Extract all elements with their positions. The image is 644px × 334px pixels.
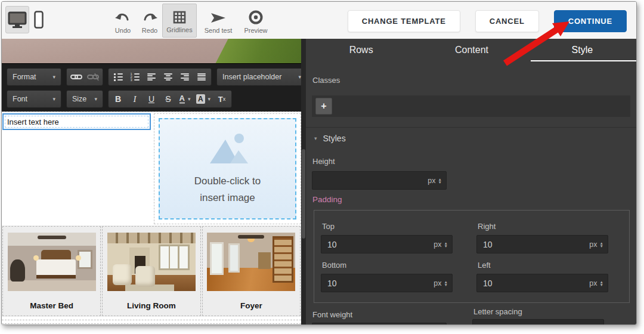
change-template-button[interactable]: CHANGE TEMPLATE xyxy=(348,10,460,32)
strikethrough-button[interactable]: S xyxy=(160,92,176,106)
row-divider xyxy=(2,323,301,324)
tab-rows[interactable]: Rows xyxy=(306,39,416,61)
letter-spacing-input[interactable] xyxy=(473,320,572,325)
format-label: Format xyxy=(13,73,36,81)
redo-button[interactable]: Redo xyxy=(138,4,162,38)
collapse-icon: ▾ xyxy=(314,135,317,141)
mobile-view-button[interactable] xyxy=(32,6,46,33)
bold-button[interactable]: B xyxy=(110,92,126,106)
padding-left-field: px▲▼ xyxy=(476,274,608,292)
stepper-arrows-icon[interactable]: ▲▼ xyxy=(600,280,603,286)
list-align-group: 1 2 3 xyxy=(108,68,212,86)
height-label: Height xyxy=(312,157,335,166)
gallery-photo-living-room[interactable] xyxy=(107,233,196,291)
top-toolbar: Undo Redo Gridlines Send test Preview xyxy=(2,2,637,39)
unlink-button[interactable] xyxy=(85,70,101,84)
padding-right-label: Right xyxy=(478,222,496,231)
header-photo[interactable] xyxy=(2,39,301,63)
background-color-icon: A xyxy=(196,94,205,104)
chevron-down-icon: ▾ xyxy=(208,96,211,102)
gallery-photo-foyer[interactable] xyxy=(207,233,295,291)
font-weight-input[interactable] xyxy=(312,323,415,325)
preview-label: Preview xyxy=(244,27,267,34)
gallery-cell-master-bed[interactable]: Master Bed xyxy=(2,226,101,316)
desktop-view-button[interactable] xyxy=(5,6,29,33)
stepper-arrows-icon[interactable]: ▲▼ xyxy=(600,242,603,248)
gallery-label[interactable]: Living Room xyxy=(103,301,200,310)
image-placeholder-cell: Double-click to insert image xyxy=(154,113,301,224)
chevron-down-icon: ▾ xyxy=(52,74,55,80)
gallery-cell-foyer[interactable]: Foyer xyxy=(202,226,301,316)
align-left-button[interactable] xyxy=(144,70,159,84)
remove-format-button[interactable]: Tx xyxy=(214,92,230,106)
align-center-button[interactable] xyxy=(160,70,176,84)
padding-top-field: px▲▼ xyxy=(321,235,453,253)
gridlines-button[interactable]: Gridlines xyxy=(162,4,197,38)
classes-bar: + xyxy=(312,95,630,117)
format-dropdown[interactable]: Format ▾ xyxy=(7,68,61,86)
size-label: Size xyxy=(72,95,86,103)
panel-tabs: Rows Content Style xyxy=(306,39,637,61)
gallery-photo-master-bed[interactable] xyxy=(8,233,96,291)
gridlines-label: Gridlines xyxy=(166,26,192,33)
send-test-button[interactable]: Send test xyxy=(200,4,237,38)
send-icon xyxy=(210,8,227,25)
preview-button[interactable]: Preview xyxy=(239,4,273,38)
unit-stepper: px ▲▼ xyxy=(428,172,442,189)
unlink-icon xyxy=(87,73,99,81)
stepper-arrows-icon[interactable]: ▲▼ xyxy=(444,242,448,248)
tab-style[interactable]: Style xyxy=(527,39,637,61)
gallery-cell-living-room[interactable]: Living Room xyxy=(102,226,200,316)
align-right-button[interactable] xyxy=(177,70,193,84)
padding-left-input[interactable] xyxy=(477,274,577,292)
stepper-arrows-icon[interactable]: ▲▼ xyxy=(444,280,448,286)
text-block[interactable]: Insert text here xyxy=(2,113,151,130)
bulleted-list-button[interactable] xyxy=(110,70,126,84)
padding-left-label: Left xyxy=(478,261,491,270)
padding-bottom-input[interactable] xyxy=(321,274,421,292)
undo-icon xyxy=(114,8,132,25)
numbered-list-button[interactable]: 1 2 3 xyxy=(127,70,143,84)
italic-button[interactable]: I xyxy=(127,92,143,106)
text-color-button[interactable]: A ▾ xyxy=(177,92,193,106)
monitor-icon xyxy=(8,11,27,28)
insert-placeholder-dropdown[interactable]: Insert placeholder ▾ xyxy=(216,68,301,86)
tab-content[interactable]: Content xyxy=(416,39,527,61)
size-dropdown[interactable]: Size ▾ xyxy=(66,90,103,108)
link-button[interactable] xyxy=(69,70,84,84)
unit-label: px xyxy=(428,177,435,185)
image-placeholder[interactable]: Double-click to insert image xyxy=(159,118,296,219)
font-weight-field xyxy=(312,323,447,325)
stepper-arrows-icon[interactable]: ▲▼ xyxy=(438,178,442,184)
align-left-icon xyxy=(147,73,156,81)
justify-button[interactable] xyxy=(194,70,209,84)
padding-right-input[interactable] xyxy=(477,236,577,253)
canvas-scrollbar-thumb[interactable] xyxy=(302,149,305,239)
email-canvas: Format ▾ xyxy=(2,39,301,325)
header-photo-grass xyxy=(211,39,301,63)
preview-icon xyxy=(248,8,264,25)
undo-label: Undo xyxy=(115,27,131,34)
background-color-button[interactable]: A ▾ xyxy=(194,92,213,106)
add-class-button[interactable]: + xyxy=(315,98,332,115)
font-dropdown[interactable]: Font ▾ xyxy=(7,90,61,108)
padding-top-input[interactable] xyxy=(321,236,421,253)
cancel-button[interactable]: CANCEL xyxy=(475,10,539,32)
letter-spacing-field xyxy=(472,319,604,325)
inline-style-group: B I U S A ▾ A ▾ Tx xyxy=(108,90,232,108)
text-color-icon: A xyxy=(179,95,185,104)
gallery-label[interactable]: Foyer xyxy=(203,301,300,310)
underline-button[interactable]: U xyxy=(144,92,159,106)
gridlines-icon xyxy=(172,8,187,24)
bulleted-list-icon xyxy=(114,73,123,81)
canvas-scrollbar[interactable] xyxy=(301,39,306,325)
remove-format-icon: T xyxy=(218,95,223,104)
continue-button[interactable]: CONTINUE xyxy=(554,10,627,32)
gallery-label[interactable]: Master Bed xyxy=(3,301,100,310)
height-field: px ▲▼ xyxy=(312,171,447,190)
height-input[interactable] xyxy=(312,172,415,189)
styles-section-header[interactable]: ▾ Styles xyxy=(306,127,637,149)
image-mountain-icon xyxy=(205,131,250,165)
undo-button[interactable]: Undo xyxy=(109,4,137,38)
insert-placeholder-label: Insert placeholder xyxy=(222,73,281,81)
